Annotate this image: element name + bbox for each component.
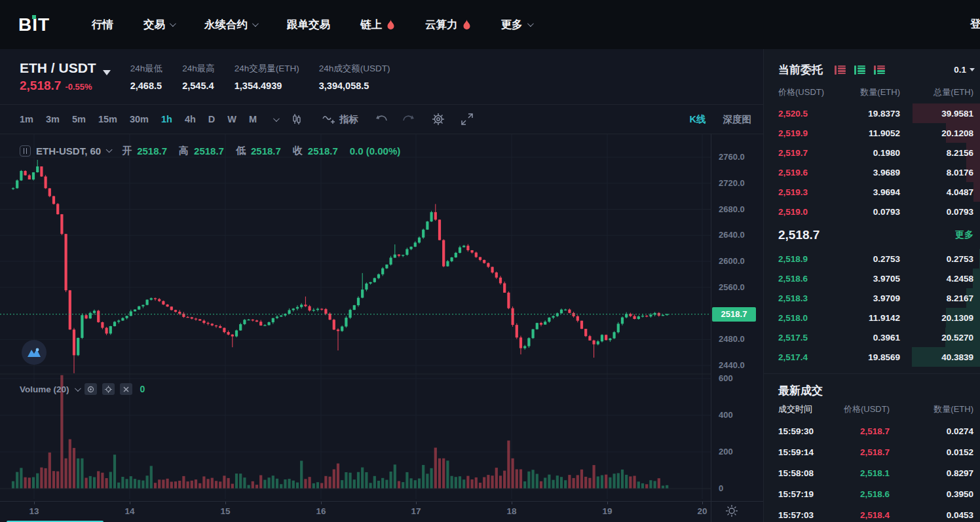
top-navbar: BIT 行情交易永续合约跟单交易链上云算力更多 登录 [0, 0, 980, 49]
precision-select[interactable]: 0.1 [954, 65, 975, 75]
theme-toggle-sun-icon[interactable] [725, 504, 739, 521]
volume-indicator-legend: Volume (20) 0 [20, 383, 145, 395]
time-axis-label: 20 [697, 506, 707, 516]
price-axis-label: 2480.0 [719, 334, 745, 344]
book-view-bids-only-icon[interactable] [854, 65, 865, 75]
trade-row: 15:57:192,518.60.3950 [764, 483, 980, 504]
depth-bar [973, 182, 980, 202]
high-label: 高 [179, 145, 189, 157]
hot-flame-icon [386, 20, 395, 30]
recent-trades-title: 最新成交 [764, 383, 980, 398]
tab-kline[interactable]: K线 [690, 113, 706, 126]
ask-row[interactable]: 2,519.33.96944.0487 [764, 182, 980, 202]
book-view-split-icon[interactable] [874, 65, 885, 75]
nav-item-2[interactable]: 永续合约 [204, 18, 257, 32]
col-header: 成交时间 [778, 403, 840, 415]
volume-close-icon[interactable] [120, 383, 132, 395]
pair-title[interactable]: ETH / USDT [20, 60, 96, 76]
nav-caret-icon [170, 20, 176, 27]
trade-time: 15:59:14 [778, 447, 840, 457]
ask-row[interactable]: 2,519.911.905220.1208 [764, 123, 980, 143]
app-logo[interactable]: BIT [18, 14, 50, 35]
legend-symbol[interactable]: ETH-USDT, 60 [36, 145, 110, 157]
nav-item-3[interactable]: 跟单交易 [287, 18, 330, 32]
bid-row[interactable]: 2,517.419.856940.3839 [764, 347, 980, 367]
book-price: 2,518.0 [778, 313, 840, 323]
volume-label[interactable]: Volume (20) [20, 384, 69, 394]
24h-stats: 24h最低2,468.524h最高2,545.424h交易量(ETH)1,354… [130, 63, 390, 91]
interval-dropdown-icon[interactable] [273, 117, 278, 122]
undo-icon[interactable] [375, 114, 388, 124]
ask-row[interactable]: 2,520.519.837339.9581 [764, 103, 980, 123]
timeframe-4h[interactable]: 4h [185, 114, 196, 124]
book-qty: 3.9705 [840, 274, 900, 284]
nav-item-1[interactable]: 交易 [143, 18, 174, 32]
book-qty: 0.1980 [840, 148, 900, 158]
ask-row[interactable]: 2,519.00.07930.0793 [764, 202, 980, 221]
time-axis-label: 18 [506, 506, 516, 516]
bid-row[interactable]: 2,517.50.396120.5270 [764, 327, 980, 347]
ask-row[interactable]: 2,519.63.96898.0176 [764, 162, 980, 182]
volume-settings-gear-icon[interactable] [102, 383, 115, 395]
redo-icon[interactable] [402, 114, 415, 124]
time-axis-label: 15 [220, 506, 230, 516]
bid-row[interactable]: 2,518.011.914220.1309 [764, 308, 980, 327]
current-price-tag: 2518.7 [712, 307, 756, 322]
book-total: 4.2458 [900, 274, 973, 284]
timeframe-M[interactable]: M [249, 114, 257, 124]
fullscreen-icon[interactable] [461, 113, 474, 126]
bid-row[interactable]: 2,518.90.27530.2753 [764, 249, 980, 269]
nav-item-6[interactable]: 更多 [501, 18, 532, 32]
candle-style-icon[interactable] [291, 113, 303, 125]
orderbook-mid-price: 2,518.7 [778, 228, 820, 242]
timeframe-5m[interactable]: 5m [72, 114, 86, 124]
col-header: 数量(ETH) [914, 403, 973, 415]
timeframe-15m[interactable]: 15m [98, 114, 117, 124]
stat-value: 1,354.4939 [235, 81, 299, 91]
bid-row[interactable]: 2,518.63.97054.2458 [764, 269, 980, 288]
chart-toolbar: 1m3m5m15m30m1h4hDWM 指标 K线 深度 [0, 105, 763, 134]
stat-2: 24h交易量(ETH)1,354.4939 [235, 63, 299, 91]
col-header: 总量(ETH) [900, 86, 973, 98]
stat-value: 2,545.4 [182, 81, 215, 91]
more-link[interactable]: 更多 [955, 229, 973, 241]
nav-item-4[interactable]: 链上 [360, 18, 395, 32]
indicator-button[interactable]: 指标 [322, 113, 358, 126]
stat-value: 3,394,058.5 [319, 81, 390, 91]
tab-depth[interactable]: 深度图 [723, 113, 752, 126]
col-header: 数量(ETH) [840, 86, 900, 98]
time-tickmark [416, 502, 417, 504]
timeframe-3m[interactable]: 3m [46, 114, 60, 124]
bid-row[interactable]: 2,518.33.97098.2167 [764, 288, 980, 308]
change-value: 0.0 (0.00%) [350, 145, 401, 157]
chart-plot-svg[interactable] [0, 134, 711, 501]
volume-visibility-icon[interactable] [85, 383, 97, 395]
time-tickmark [321, 502, 322, 504]
timeframe-30m[interactable]: 30m [130, 114, 149, 124]
nav-item-0[interactable]: 行情 [92, 18, 113, 32]
timeframe-1h[interactable]: 1h [161, 114, 172, 124]
stat-label: 24h最高 [182, 63, 215, 75]
book-total: 8.0176 [900, 168, 973, 177]
book-total: 39.9581 [900, 109, 973, 119]
price-axis-label: 2560.0 [719, 282, 745, 292]
price-axis-label: 2680.0 [719, 204, 745, 214]
chart-settings-gear-icon[interactable] [432, 113, 445, 126]
time-axis[interactable]: 1314151617181920 [0, 501, 763, 522]
book-view-asks-only-icon[interactable] [835, 65, 846, 75]
candlestick-chart[interactable]: ETH-USDT, 60 开2518.7 高2518.7 低2518.7 收25… [0, 134, 763, 501]
time-axis-label: 13 [29, 506, 39, 516]
pane-maximize-icon[interactable] [20, 145, 31, 157]
ask-row[interactable]: 2,519.70.19808.2156 [764, 143, 980, 162]
pair-dropdown-icon[interactable] [103, 70, 111, 75]
nav-item-5[interactable]: 云算力 [425, 18, 471, 32]
login-link[interactable]: 登录 [970, 17, 980, 31]
trades-list: 15:59:302,518.70.027415:59:142,518.70.01… [764, 420, 980, 522]
volume-axis-label: 0 [719, 483, 723, 493]
book-price: 2,520.5 [778, 109, 840, 119]
timeframe-1m[interactable]: 1m [20, 114, 33, 124]
timeframe-W[interactable]: W [227, 114, 236, 124]
volume-axis-label: 600 [719, 373, 733, 383]
timeframe-D[interactable]: D [208, 114, 215, 124]
volume-dropdown-icon[interactable] [74, 385, 81, 392]
